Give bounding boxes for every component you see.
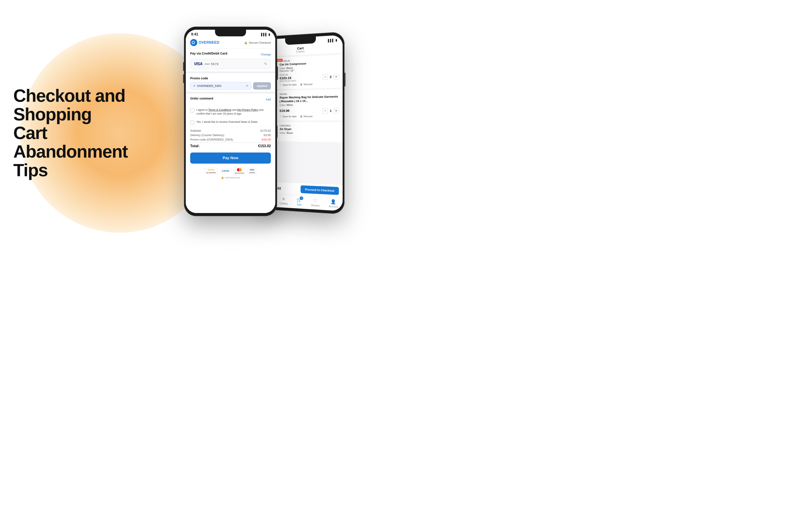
cart-badge: 5 [300,196,303,200]
phone-notch [215,30,246,36]
terms-row-2: Yes, I would like to receive Overneed Ne… [186,118,275,127]
card-info: VISA •••• 5678 [194,62,219,66]
item-per-item-1: (€51.59 per item) [280,79,296,82]
promo-title: Promo code [190,76,208,80]
checkout-screen: 9:41 ▌▌▌ ▮ [186,30,275,213]
payment-title: Pay via Credit/Debit Card [190,52,227,55]
lock-icon: 🔒 [244,41,248,44]
trash-icon-1: 🗑 [300,83,303,86]
promo-code-value: OVERNEED_5353 [197,84,245,88]
qty-value-2: 1 [330,109,331,112]
qty-decrease-2[interactable]: − [323,108,328,114]
nav-account[interactable]: 👤 Account [329,199,338,208]
edit-card-icon[interactable]: ✎ [264,62,267,66]
qty-decrease-1[interactable]: − [323,74,328,80]
promo-field[interactable]: ✓ OVERNEED_5353 ✕ [190,82,251,90]
item-details-1: MICHELIN Car Air Compressor Color: Black… [280,57,339,87]
item-brand-3: CARLINEA [280,125,339,127]
qty-increase-2[interactable]: + [334,108,339,114]
checkout-header: OVERNEED 🔒 Secure Checkout [186,37,275,49]
nav-wishlist[interactable]: ♡ Wishlist [311,198,319,207]
promo-input-row: ✓ OVERNEED_5353 ✕ Applied [190,82,271,90]
promo-check-icon: ✓ [193,84,196,88]
secure-checkout-badge: 🔒 Secure Checkout [244,41,271,44]
secure-label: Secure Checkout [249,41,271,44]
card-number: •••• 5678 [205,62,219,66]
item-new-price-2: €19.98 [280,109,289,113]
item-actions-2: ♡ Save for later 🗑 Remove [280,115,339,118]
promo-section: Promo code ✓ OVERNEED_5353 ✕ Applied [186,73,275,92]
signal-icon: ▌▌▌ [261,33,267,36]
pay-now-button[interactable]: Pay Now [190,152,271,164]
order-comment-section: Order comment Add [186,94,275,106]
save-for-later-2[interactable]: ♡ Save for later [280,115,297,118]
trust-badges: Norton by Symantec α BANK SecureCode [186,166,275,176]
qty-controls-1: − 2 + [323,74,339,80]
remove-item-1[interactable]: 🗑 Remove [300,83,312,86]
section-divider-2 [186,92,275,94]
applied-button[interactable]: Applied [253,82,271,90]
change-payment-link[interactable]: Change [261,53,271,56]
power-button-2[interactable] [344,73,345,87]
card-row: VISA •••• 5678 ✎ [190,59,271,69]
subtotal-label: Subtotal: [190,129,202,132]
power-button[interactable] [277,66,278,80]
item-color-2: Color: White [280,103,339,107]
volume-up-button[interactable] [183,62,184,71]
order-summary: Subtotal: €170.02 Delivery (Courier Deli… [186,127,275,150]
status-time-1: 9:41 [191,32,198,36]
nav-catalog-label: Catalog [280,202,288,205]
heart-icon-2: ♡ [280,115,282,118]
heart-icon-1: ♡ [280,83,282,87]
norton-sub: by Symantec [206,172,216,173]
status-icons-2: ▌▌▌ ▮ [328,38,337,42]
nav-catalog[interactable]: ≡ Catalog [280,196,288,205]
phone-checkout: 9:41 ▌▌▌ ▮ [184,26,277,216]
item-details-2: RAYEN Rayen Washing Bag for Delicate Gar… [280,92,339,118]
account-icon: 👤 [330,199,336,205]
phones-container: 9:41 ▌▌▌ ▮ [155,0,399,266]
headline-text: Checkout and Shopping Cart Abandonment T… [13,87,129,179]
remove-item-2[interactable]: 🗑 Remove [300,115,312,118]
qty-value-1: 2 [330,75,331,79]
total-value: €153.02 [258,144,271,148]
add-comment-link[interactable]: Add [266,98,271,101]
terms-row-1: I agree to Terms & Conditions and the Pr… [186,106,275,118]
subtotal-value: €170.02 [261,129,271,132]
promo-discount-value: -€20.00 [261,138,271,141]
terms-checkbox-1[interactable] [190,108,194,112]
qty-controls-2: − 1 + [323,108,339,114]
nav-account-label: Account [329,205,338,208]
qty-increase-1[interactable]: + [334,74,339,79]
volume-down-button[interactable] [183,74,184,83]
terms-text-2: Yes, I would like to receive Overneed Ne… [196,120,258,124]
logo-icon [190,39,197,46]
payment-section: Pay via Credit/Debit Card Change VISA ••… [186,49,275,71]
footer-url-1: 🔒 overneed.com [186,176,275,181]
nav-wishlist-label: Wishlist [311,204,319,207]
item-color-3: Color: Black [280,131,339,135]
promo-clear-icon[interactable]: ✕ [246,84,248,88]
promo-discount-label: Promo code (OVERNEED_5353): [190,138,233,141]
battery-icon-2: ▮ [335,38,337,42]
norton-text: Norton [208,169,214,171]
status-icons-1: ▌▌▌ ▮ [261,33,270,36]
logo-name: OVERNEED [198,41,220,44]
proceed-to-checkout-button[interactable]: Proceed to Checkout [301,185,339,195]
signal-icon-2: ▌▌▌ [328,39,335,42]
item-name-2: Rayen Washing Bag for Delicate Garments … [280,95,339,103]
alpha-bank-badge: α BANK [220,169,231,173]
discount-badge: -30% [277,59,283,62]
trash-icon-2: 🗑 [300,115,303,118]
nav-cart[interactable]: 🛒 5 Cart [297,197,302,206]
save-for-later-1[interactable]: ♡ Save for later [280,83,297,87]
item-actions-1: ♡ Save for later 🗑 Remove [280,82,339,87]
item-name-3: Air Dryer [280,127,339,131]
item-details-3: CARLINEA Air Dryer Color: Black [280,125,339,139]
delivery-value: €3.00 [264,133,271,137]
terms-checkbox-2[interactable] [190,120,194,125]
battery-icon: ▮ [268,33,270,36]
terms-text-1: I agree to Terms & Conditions and the Pr… [196,108,271,116]
catalog-icon: ≡ [282,196,285,202]
section-divider-1 [186,71,275,73]
